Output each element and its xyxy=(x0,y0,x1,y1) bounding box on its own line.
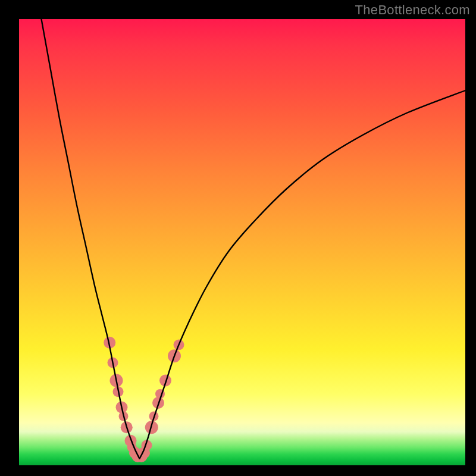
chart-svg xyxy=(19,19,465,465)
left-curve xyxy=(42,19,140,459)
plot-area xyxy=(19,19,465,465)
right-curve xyxy=(140,90,466,459)
watermark-text: TheBottleneck.com xyxy=(355,2,470,18)
marker-layer xyxy=(104,337,184,462)
chart-frame: TheBottleneck.com xyxy=(0,0,476,476)
